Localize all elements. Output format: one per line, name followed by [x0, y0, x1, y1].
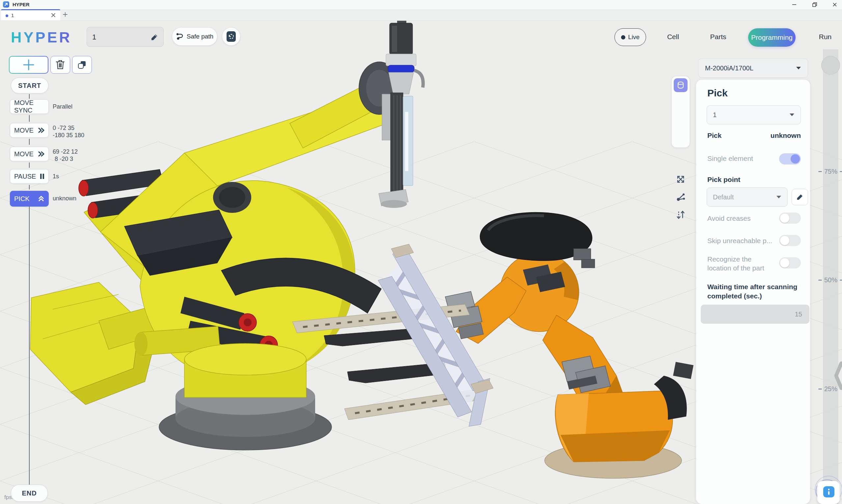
step-detail: 1s — [53, 173, 59, 180]
toggle-knob — [791, 154, 800, 163]
step-move-2[interactable]: MOVE — [10, 147, 49, 161]
marker-dash — [840, 171, 842, 172]
step-label: MOVE — [14, 127, 34, 134]
copy-icon — [77, 60, 87, 70]
step-move-sync[interactable]: MOVE SYNC — [10, 100, 49, 114]
add-step-button[interactable] — [9, 56, 48, 74]
unsaved-dot-icon — [5, 15, 8, 17]
nav-programming[interactable]: Programming — [748, 28, 795, 47]
connector — [29, 94, 30, 99]
connector — [29, 185, 30, 190]
toggle-knob — [780, 258, 789, 268]
up-down-arrows-icon — [675, 210, 686, 220]
end-label: END — [22, 489, 37, 497]
app-logo-icon — [3, 1, 9, 7]
start-label: START — [18, 82, 41, 89]
start-node[interactable]: START — [11, 78, 48, 93]
tab-program-1[interactable]: 1 — [1, 9, 60, 20]
scale-marker-50: 50% — [813, 276, 842, 284]
step-pause[interactable]: PAUSE — [10, 169, 49, 184]
step-label: PAUSE — [14, 173, 36, 180]
sort-order-button[interactable] — [675, 210, 686, 220]
info-button[interactable] — [823, 486, 835, 498]
panel-title: Pick — [707, 88, 728, 99]
double-chevron-right-icon — [38, 127, 45, 133]
pick-inspector-card: Pick 1 Pick unknown Single element Pick … — [696, 79, 810, 504]
program-name-input[interactable] — [91, 27, 149, 47]
step-detail: 69 -22 128 -20 3 — [53, 148, 78, 163]
fit-view-button[interactable] — [675, 174, 686, 184]
plus-icon — [23, 59, 35, 71]
zoom-rail-thumb[interactable] — [821, 56, 840, 75]
close-window-button[interactable] — [827, 0, 842, 9]
restore-button[interactable] — [807, 0, 822, 9]
delete-step-button[interactable] — [50, 56, 70, 74]
hyper-logo: HYPER — [11, 29, 72, 46]
tab-close-icon[interactable] — [51, 13, 56, 19]
nav-run[interactable]: Run — [810, 33, 840, 43]
robot-model-select[interactable]: M-2000iA/1700L — [698, 58, 808, 78]
expand-icon — [675, 174, 686, 184]
path-nodes-icon — [675, 192, 686, 202]
tab-label: 1 — [11, 13, 14, 18]
connector-long — [29, 206, 30, 485]
live-label: Live — [628, 34, 640, 41]
nav-parts[interactable]: Parts — [703, 33, 733, 43]
pick-instance-select[interactable]: 1 — [707, 105, 801, 124]
chevron-down-icon — [776, 195, 781, 199]
step-detail: 0 -72 35-180 35 180 — [53, 124, 84, 139]
robot-model-value: M-2000iA/1700L — [705, 65, 753, 72]
step-pick-selected[interactable]: PICK — [10, 191, 49, 206]
step-move-1[interactable]: MOVE — [10, 123, 49, 138]
window-title: HYPER — [13, 2, 30, 7]
pencil-icon — [796, 193, 804, 201]
skip-unreachable-label: Skip unreachable p... — [707, 237, 772, 245]
safe-path-icon — [176, 33, 184, 40]
edit-pick-point-button[interactable] — [792, 189, 808, 205]
chevron-down-icon — [789, 113, 795, 116]
connector — [29, 139, 30, 145]
step-label: MOVE SYNC — [14, 99, 45, 114]
end-node[interactable]: END — [11, 485, 48, 502]
step-detail: Parallel — [53, 103, 72, 110]
minimize-button[interactable] — [787, 0, 802, 9]
waiting-time-input[interactable] — [701, 305, 809, 324]
info-icon — [826, 488, 832, 495]
chevron-down-icon — [796, 67, 801, 70]
avoid-creases-toggle[interactable] — [779, 213, 801, 224]
title-bar: HYPER — [0, 0, 842, 9]
cylinder-tool-button[interactable] — [674, 78, 688, 92]
live-toggle[interactable]: Live — [615, 28, 646, 46]
double-chevron-right-icon — [38, 151, 45, 157]
single-element-toggle[interactable] — [779, 153, 801, 164]
recognize-location-toggle[interactable] — [779, 257, 801, 268]
toggle-knob — [780, 214, 789, 223]
sync-document-icon — [226, 31, 237, 42]
marker-dash — [840, 280, 842, 281]
new-tab-button[interactable] — [63, 12, 68, 18]
pause-icon — [40, 173, 45, 179]
edit-pencil-icon[interactable] — [150, 33, 159, 41]
live-dot-icon — [621, 35, 625, 39]
nav-cell[interactable]: Cell — [658, 33, 688, 43]
step-detail: unknown — [53, 195, 76, 202]
cylinder-icon — [676, 80, 685, 90]
view-tools-panel — [672, 76, 689, 147]
path-nodes-button[interactable] — [675, 192, 686, 202]
skip-unreachable-toggle[interactable] — [779, 235, 801, 246]
app-window: HYPER 1 HYPER — [0, 0, 842, 504]
safe-path-button[interactable]: Safe path — [172, 28, 217, 46]
connector — [29, 115, 30, 122]
sync-document-button[interactable] — [222, 28, 240, 46]
marker-label: 50% — [824, 276, 837, 284]
collapse-drawer-handle[interactable] — [835, 361, 842, 392]
duplicate-step-button[interactable] — [72, 56, 92, 74]
double-chevron-up-icon — [38, 195, 45, 202]
step-label: PICK — [14, 195, 30, 203]
pick-point-select[interactable]: Default — [707, 187, 788, 206]
toggle-knob — [780, 236, 789, 245]
marker-label: 75% — [824, 168, 837, 175]
program-name-field[interactable] — [87, 27, 164, 47]
safe-path-label: Safe path — [187, 33, 213, 40]
avoid-creases-label: Avoid creases — [707, 215, 751, 222]
